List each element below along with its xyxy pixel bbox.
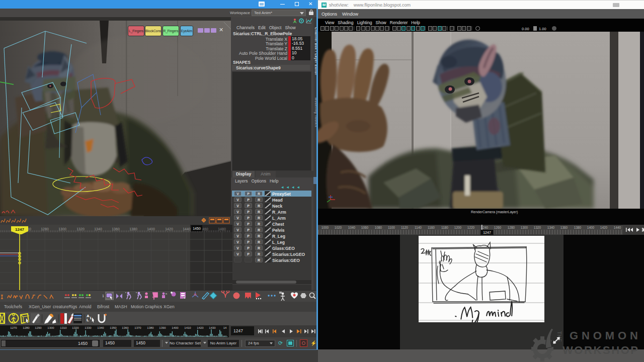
svg-text:1340: 1340 (97, 326, 104, 329)
svg-text:1300: 1300 (521, 226, 528, 229)
svg-text:1220: 1220 (467, 226, 475, 229)
svg-text:*: * (136, 292, 137, 295)
svg-text:1280: 1280 (41, 227, 49, 231)
svg-text:1300: 1300 (47, 326, 54, 329)
svg-text:1380: 1380 (574, 226, 582, 229)
svg-text:1440: 1440 (614, 226, 621, 229)
svg-text:1247: 1247 (483, 231, 491, 234)
svg-text:1480: 1480 (218, 227, 226, 231)
svg-text:WORKSHOP: WORKSHOP (562, 344, 638, 356)
svg-text:1420: 1420 (600, 226, 608, 229)
svg-text:1280: 1280 (23, 326, 30, 329)
svg-text:1310: 1310 (60, 326, 67, 329)
svg-text:1380: 1380 (147, 326, 154, 329)
svg-text:1450: 1450 (193, 227, 201, 230)
svg-text:1300: 1300 (58, 227, 66, 231)
svg-text:1330: 1330 (85, 326, 92, 329)
svg-text:1360: 1360 (560, 226, 568, 229)
svg-text:THE: THE (556, 331, 562, 342)
svg-text:1390: 1390 (159, 326, 166, 329)
svg-text:1: 1 (102, 294, 104, 298)
svg-text:1160: 1160 (428, 226, 435, 229)
svg-text:1320: 1320 (76, 227, 85, 231)
svg-text:1350: 1350 (110, 326, 117, 329)
svg-text:1060: 1060 (361, 226, 369, 229)
svg-text:1380: 1380 (129, 227, 137, 231)
svg-text:1440: 1440 (183, 227, 191, 231)
svg-text:GNOMON: GNOMON (570, 329, 638, 342)
svg-text:1140: 1140 (415, 226, 422, 229)
svg-text:1260: 1260 (494, 226, 502, 229)
svg-text:1000: 1000 (321, 226, 329, 229)
svg-text:1280: 1280 (508, 226, 515, 229)
svg-text:1400: 1400 (587, 226, 595, 229)
svg-text:1040: 1040 (348, 226, 356, 229)
svg-text:1420: 1420 (165, 227, 173, 231)
svg-text:*: * (125, 292, 126, 295)
svg-text:1420: 1420 (197, 326, 204, 329)
svg-text:1430: 1430 (209, 326, 216, 329)
svg-text:1020: 1020 (335, 226, 342, 229)
svg-text:1290: 1290 (35, 326, 42, 329)
svg-text:n: n (166, 292, 167, 295)
svg-text:1340: 1340 (94, 227, 102, 231)
svg-text:1370: 1370 (134, 326, 141, 329)
svg-text:1270: 1270 (10, 326, 17, 329)
svg-text:L: L (87, 318, 89, 322)
svg-text:1320: 1320 (534, 226, 541, 229)
svg-text:1410: 1410 (184, 326, 191, 329)
svg-text:1400: 1400 (147, 227, 155, 231)
svg-text:1360: 1360 (122, 326, 129, 329)
svg-text:1340: 1340 (547, 226, 555, 229)
svg-text:1100: 1100 (388, 226, 395, 229)
svg-text:14: 14 (223, 326, 227, 329)
svg-text:1200: 1200 (454, 226, 462, 229)
svg-text:1400: 1400 (172, 326, 179, 329)
svg-text:1180: 1180 (441, 226, 448, 229)
svg-text:1320: 1320 (72, 326, 79, 329)
svg-text:1247: 1247 (15, 227, 24, 232)
svg-text:1247: 1247 (233, 328, 243, 333)
svg-text:1120: 1120 (401, 226, 408, 229)
svg-text:1080: 1080 (375, 226, 382, 229)
svg-text:1360: 1360 (112, 227, 120, 231)
